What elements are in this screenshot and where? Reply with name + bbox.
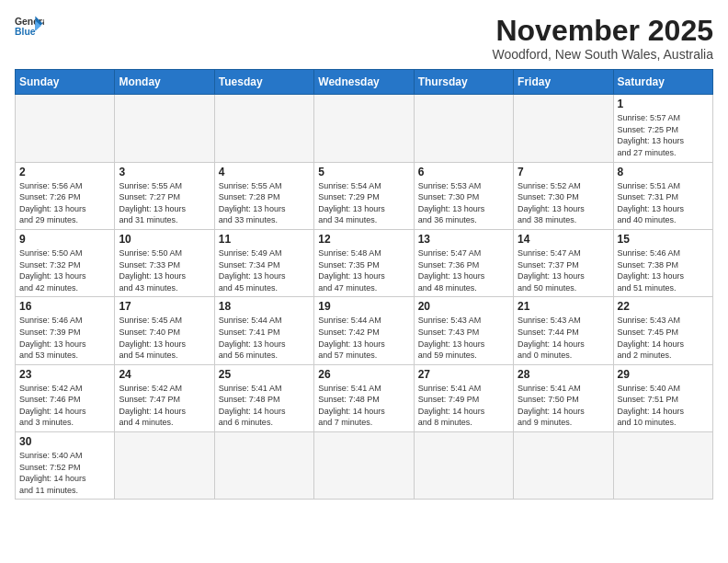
calendar-header-row: SundayMondayTuesdayWednesdayThursdayFrid…: [16, 70, 713, 95]
calendar-day-cell: [16, 95, 115, 162]
day-info: Sunrise: 5:46 AM Sunset: 7:39 PM Dayligh…: [19, 315, 110, 361]
day-number: 29: [618, 368, 709, 381]
day-number: 19: [318, 300, 409, 313]
calendar-day-cell: [214, 432, 313, 500]
day-info: Sunrise: 5:44 AM Sunset: 7:42 PM Dayligh…: [318, 315, 409, 361]
logo-icon: General Blue: [15, 15, 44, 40]
calendar-day-cell: 29Sunrise: 5:40 AM Sunset: 7:51 PM Dayli…: [613, 364, 712, 431]
calendar-day-cell: 17Sunrise: 5:45 AM Sunset: 7:40 PM Dayli…: [115, 297, 214, 364]
calendar-day-cell: 11Sunrise: 5:49 AM Sunset: 7:34 PM Dayli…: [214, 229, 313, 296]
calendar-week-row: 2Sunrise: 5:56 AM Sunset: 7:26 PM Daylig…: [16, 162, 713, 229]
calendar-day-cell: 1Sunrise: 5:57 AM Sunset: 7:25 PM Daylig…: [613, 95, 712, 162]
calendar-day-cell: 20Sunrise: 5:43 AM Sunset: 7:43 PM Dayli…: [414, 297, 513, 364]
calendar-day-cell: [115, 432, 214, 500]
day-number: 11: [219, 233, 310, 246]
calendar-day-cell: 10Sunrise: 5:50 AM Sunset: 7:33 PM Dayli…: [115, 229, 214, 296]
day-number: 9: [19, 233, 110, 246]
day-info: Sunrise: 5:47 AM Sunset: 7:37 PM Dayligh…: [518, 247, 609, 293]
month-title: November 2025: [493, 15, 713, 47]
day-info: Sunrise: 5:50 AM Sunset: 7:32 PM Dayligh…: [19, 247, 110, 293]
calendar-day-cell: 14Sunrise: 5:47 AM Sunset: 7:37 PM Dayli…: [514, 229, 613, 296]
calendar-day-cell: 3Sunrise: 5:55 AM Sunset: 7:27 PM Daylig…: [115, 162, 214, 229]
day-number: 12: [318, 233, 409, 246]
calendar-day-cell: [414, 432, 513, 500]
calendar-day-cell: 6Sunrise: 5:53 AM Sunset: 7:30 PM Daylig…: [414, 162, 513, 229]
day-number: 26: [318, 368, 409, 381]
day-info: Sunrise: 5:42 AM Sunset: 7:47 PM Dayligh…: [119, 383, 210, 429]
day-number: 18: [219, 300, 310, 313]
calendar-day-cell: 25Sunrise: 5:41 AM Sunset: 7:48 PM Dayli…: [214, 364, 313, 431]
calendar-day-cell: [514, 432, 613, 500]
day-header-saturday: Saturday: [613, 70, 712, 95]
calendar-day-cell: 7Sunrise: 5:52 AM Sunset: 7:30 PM Daylig…: [514, 162, 613, 229]
calendar-week-row: 1Sunrise: 5:57 AM Sunset: 7:25 PM Daylig…: [16, 95, 713, 162]
calendar-day-cell: 21Sunrise: 5:43 AM Sunset: 7:44 PM Dayli…: [514, 297, 613, 364]
svg-text:Blue: Blue: [15, 27, 36, 37]
calendar-day-cell: 28Sunrise: 5:41 AM Sunset: 7:50 PM Dayli…: [514, 364, 613, 431]
calendar-day-cell: [314, 95, 414, 162]
calendar-week-row: 16Sunrise: 5:46 AM Sunset: 7:39 PM Dayli…: [16, 297, 713, 364]
calendar-day-cell: [414, 95, 513, 162]
title-section: November 2025 Woodford, New South Wales,…: [493, 15, 713, 62]
day-info: Sunrise: 5:55 AM Sunset: 7:28 PM Dayligh…: [219, 180, 310, 226]
calendar-week-row: 30Sunrise: 5:40 AM Sunset: 7:52 PM Dayli…: [16, 432, 713, 500]
calendar-day-cell: [214, 95, 313, 162]
calendar-day-cell: [115, 95, 214, 162]
day-info: Sunrise: 5:41 AM Sunset: 7:48 PM Dayligh…: [219, 383, 310, 429]
calendar-day-cell: 18Sunrise: 5:44 AM Sunset: 7:41 PM Dayli…: [214, 297, 313, 364]
day-info: Sunrise: 5:43 AM Sunset: 7:43 PM Dayligh…: [418, 315, 509, 361]
calendar-day-cell: 30Sunrise: 5:40 AM Sunset: 7:52 PM Dayli…: [16, 432, 115, 500]
day-number: 1: [618, 98, 709, 110]
day-info: Sunrise: 5:48 AM Sunset: 7:35 PM Dayligh…: [318, 247, 409, 293]
calendar-day-cell: 23Sunrise: 5:42 AM Sunset: 7:46 PM Dayli…: [16, 364, 115, 431]
day-info: Sunrise: 5:55 AM Sunset: 7:27 PM Dayligh…: [119, 180, 210, 226]
day-info: Sunrise: 5:41 AM Sunset: 7:48 PM Dayligh…: [318, 383, 409, 429]
calendar-day-cell: [514, 95, 613, 162]
day-info: Sunrise: 5:50 AM Sunset: 7:33 PM Dayligh…: [119, 247, 210, 293]
calendar-week-row: 23Sunrise: 5:42 AM Sunset: 7:46 PM Dayli…: [16, 364, 713, 431]
day-info: Sunrise: 5:40 AM Sunset: 7:51 PM Dayligh…: [618, 383, 709, 429]
calendar-day-cell: [613, 432, 712, 500]
day-info: Sunrise: 5:54 AM Sunset: 7:29 PM Dayligh…: [318, 180, 409, 226]
calendar-week-row: 9Sunrise: 5:50 AM Sunset: 7:32 PM Daylig…: [16, 229, 713, 296]
calendar-day-cell: 9Sunrise: 5:50 AM Sunset: 7:32 PM Daylig…: [16, 229, 115, 296]
calendar-day-cell: 27Sunrise: 5:41 AM Sunset: 7:49 PM Dayli…: [414, 364, 513, 431]
day-info: Sunrise: 5:57 AM Sunset: 7:25 PM Dayligh…: [618, 112, 709, 158]
day-number: 21: [518, 300, 609, 313]
calendar-day-cell: 19Sunrise: 5:44 AM Sunset: 7:42 PM Dayli…: [314, 297, 414, 364]
day-info: Sunrise: 5:44 AM Sunset: 7:41 PM Dayligh…: [219, 315, 310, 361]
day-number: 30: [19, 435, 110, 448]
day-info: Sunrise: 5:41 AM Sunset: 7:49 PM Dayligh…: [418, 383, 509, 429]
calendar-table: SundayMondayTuesdayWednesdayThursdayFrid…: [15, 69, 713, 500]
day-header-thursday: Thursday: [414, 70, 513, 95]
day-number: 23: [19, 368, 110, 381]
calendar-day-cell: 8Sunrise: 5:51 AM Sunset: 7:31 PM Daylig…: [613, 162, 712, 229]
day-info: Sunrise: 5:47 AM Sunset: 7:36 PM Dayligh…: [418, 247, 509, 293]
logo: General Blue: [15, 15, 44, 40]
day-number: 7: [518, 166, 609, 178]
day-number: 28: [518, 368, 609, 381]
day-number: 13: [418, 233, 509, 246]
calendar-day-cell: 16Sunrise: 5:46 AM Sunset: 7:39 PM Dayli…: [16, 297, 115, 364]
day-info: Sunrise: 5:52 AM Sunset: 7:30 PM Dayligh…: [518, 180, 609, 226]
day-number: 22: [618, 300, 709, 313]
day-info: Sunrise: 5:56 AM Sunset: 7:26 PM Dayligh…: [19, 180, 110, 226]
day-number: 6: [418, 166, 509, 178]
day-number: 27: [418, 368, 509, 381]
calendar-day-cell: 26Sunrise: 5:41 AM Sunset: 7:48 PM Dayli…: [314, 364, 414, 431]
day-number: 4: [219, 166, 310, 178]
calendar-day-cell: 2Sunrise: 5:56 AM Sunset: 7:26 PM Daylig…: [16, 162, 115, 229]
day-number: 24: [119, 368, 210, 381]
day-number: 2: [19, 166, 110, 178]
day-header-tuesday: Tuesday: [214, 70, 313, 95]
day-info: Sunrise: 5:40 AM Sunset: 7:52 PM Dayligh…: [19, 450, 110, 496]
day-info: Sunrise: 5:53 AM Sunset: 7:30 PM Dayligh…: [418, 180, 509, 226]
day-number: 17: [119, 300, 210, 313]
day-number: 25: [219, 368, 310, 381]
day-header-wednesday: Wednesday: [314, 70, 414, 95]
day-number: 15: [618, 233, 709, 246]
day-number: 10: [119, 233, 210, 246]
day-number: 3: [119, 166, 210, 178]
day-info: Sunrise: 5:51 AM Sunset: 7:31 PM Dayligh…: [618, 180, 709, 226]
page-header: General Blue November 2025 Woodford, New…: [15, 15, 713, 62]
